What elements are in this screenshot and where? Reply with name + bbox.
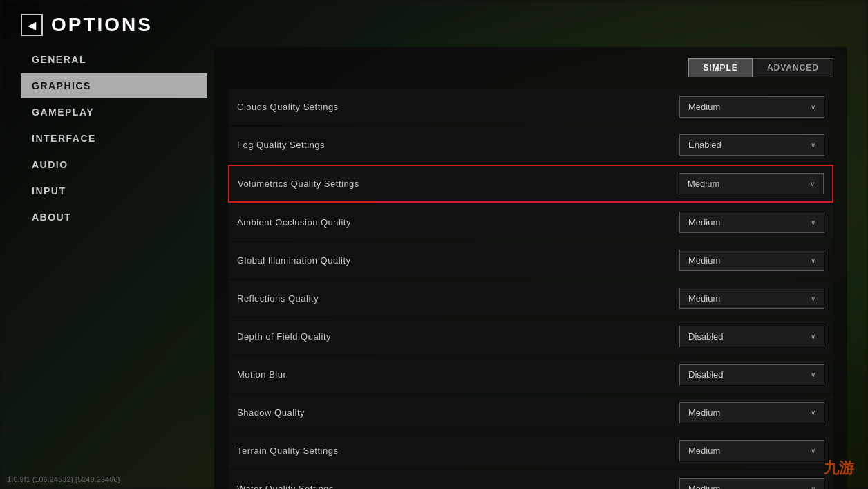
setting-dropdown-shadow-quality[interactable]: Medium∨ <box>679 402 824 423</box>
setting-row-shadow-quality: Shadow QualityMedium∨ <box>228 394 833 431</box>
setting-row-water-quality: Water Quality SettingsMedium∨ <box>228 470 833 489</box>
setting-label-global-illumination: Global Illumination Quality <box>237 255 679 266</box>
setting-value-volumetrics-quality: Medium <box>688 178 719 189</box>
setting-value-depth-of-field: Disabled <box>688 331 724 342</box>
chevron-down-icon: ∨ <box>811 333 815 340</box>
setting-row-volumetrics-quality: Volumetrics Quality SettingsMedium∨ <box>228 165 833 203</box>
page-title: OPTIONS <box>51 14 153 36</box>
content-area: SIMPLEADVANCED Clouds Quality SettingsMe… <box>214 47 847 489</box>
setting-dropdown-water-quality[interactable]: Medium∨ <box>679 478 824 489</box>
setting-row-motion-blur: Motion BlurDisabled∨ <box>228 356 833 393</box>
setting-dropdown-depth-of-field[interactable]: Disabled∨ <box>679 326 824 347</box>
back-icon: ◀ <box>28 19 36 32</box>
chevron-down-icon: ∨ <box>811 371 815 378</box>
setting-dropdown-fog-quality[interactable]: Enabled∨ <box>679 134 824 156</box>
logo-watermark: 九游 <box>824 458 854 479</box>
setting-value-water-quality: Medium <box>688 483 720 489</box>
setting-dropdown-global-illumination[interactable]: Medium∨ <box>679 250 824 271</box>
setting-row-fog-quality: Fog Quality SettingsEnabled∨ <box>228 127 833 163</box>
chevron-down-icon: ∨ <box>811 103 815 111</box>
setting-dropdown-terrain-quality[interactable]: Medium∨ <box>679 440 824 461</box>
sidebar-item-about[interactable]: ABOUT <box>21 205 207 230</box>
setting-value-ambient-occlusion: Medium <box>688 217 720 228</box>
setting-value-reflections-quality: Medium <box>688 293 720 304</box>
tab-simple[interactable]: SIMPLE <box>688 58 753 77</box>
setting-dropdown-ambient-occlusion[interactable]: Medium∨ <box>679 212 824 233</box>
setting-value-fog-quality: Enabled <box>688 140 721 150</box>
setting-value-motion-blur: Disabled <box>688 369 724 380</box>
setting-value-global-illumination: Medium <box>688 255 720 266</box>
sidebar-item-input[interactable]: INPUT <box>21 178 207 203</box>
chevron-down-icon: ∨ <box>811 257 815 264</box>
setting-row-clouds-quality: Clouds Quality SettingsMedium∨ <box>228 89 833 125</box>
setting-label-fog-quality: Fog Quality Settings <box>237 140 679 150</box>
setting-label-reflections-quality: Reflections Quality <box>237 293 679 304</box>
sidebar-item-interface[interactable]: INTERFACE <box>21 126 207 151</box>
chevron-down-icon: ∨ <box>811 485 815 489</box>
setting-label-clouds-quality: Clouds Quality Settings <box>237 102 679 112</box>
chevron-down-icon: ∨ <box>811 295 815 302</box>
setting-label-depth-of-field: Depth of Field Quality <box>237 331 679 342</box>
tab-advanced[interactable]: ADVANCED <box>753 58 833 77</box>
setting-dropdown-reflections-quality[interactable]: Medium∨ <box>679 288 824 309</box>
setting-row-ambient-occlusion: Ambient Occlusion QualityMedium∨ <box>228 204 833 241</box>
setting-label-water-quality: Water Quality Settings <box>237 483 679 489</box>
setting-value-shadow-quality: Medium <box>688 407 720 418</box>
setting-label-terrain-quality: Terrain Quality Settings <box>237 445 679 456</box>
title-bar: ◀ OPTIONS <box>21 14 847 36</box>
setting-row-depth-of-field: Depth of Field QualityDisabled∨ <box>228 318 833 355</box>
setting-dropdown-volumetrics-quality[interactable]: Medium∨ <box>679 173 824 194</box>
setting-dropdown-motion-blur[interactable]: Disabled∨ <box>679 364 824 385</box>
setting-row-reflections-quality: Reflections QualityMedium∨ <box>228 280 833 317</box>
sidebar-item-gameplay[interactable]: GAMEPLAY <box>21 100 207 124</box>
chevron-down-icon: ∨ <box>811 219 815 226</box>
main-content: GENERALGRAPHICSGAMEPLAYINTERFACEAUDIOINP… <box>21 47 847 489</box>
setting-label-shadow-quality: Shadow Quality <box>237 407 679 418</box>
setting-value-clouds-quality: Medium <box>688 102 720 112</box>
sidebar-item-graphics[interactable]: GRAPHICS <box>21 73 207 98</box>
sidebar: GENERALGRAPHICSGAMEPLAYINTERFACEAUDIOINP… <box>21 47 207 489</box>
setting-dropdown-clouds-quality[interactable]: Medium∨ <box>679 96 824 118</box>
setting-label-ambient-occlusion: Ambient Occlusion Quality <box>237 217 679 228</box>
chevron-down-icon: ∨ <box>811 447 815 454</box>
setting-row-global-illumination: Global Illumination QualityMedium∨ <box>228 242 833 279</box>
chevron-down-icon: ∨ <box>810 180 815 187</box>
back-button[interactable]: ◀ <box>21 14 43 36</box>
setting-row-terrain-quality: Terrain Quality SettingsMedium∨ <box>228 432 833 469</box>
sidebar-item-general[interactable]: GENERAL <box>21 47 207 72</box>
setting-label-volumetrics-quality: Volumetrics Quality Settings <box>238 178 679 189</box>
sidebar-item-audio[interactable]: AUDIO <box>21 152 207 177</box>
version-text: 1.0.9f1 (106.24532) [5249.23466] <box>7 475 120 483</box>
tab-bar: SIMPLEADVANCED <box>228 58 833 77</box>
setting-value-terrain-quality: Medium <box>688 445 720 456</box>
chevron-down-icon: ∨ <box>811 409 815 416</box>
settings-list: Clouds Quality SettingsMedium∨Fog Qualit… <box>228 89 833 489</box>
options-panel: ◀ OPTIONS GENERALGRAPHICSGAMEPLAYINTERFA… <box>21 14 847 475</box>
chevron-down-icon: ∨ <box>811 141 815 149</box>
setting-label-motion-blur: Motion Blur <box>237 369 679 380</box>
